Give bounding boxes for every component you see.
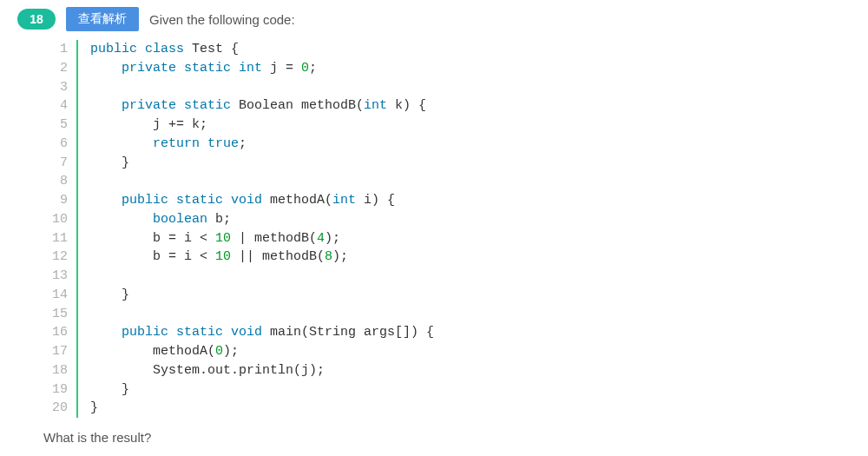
line-number: 2 — [52, 59, 68, 78]
code-line: return true; — [90, 135, 434, 154]
code-line: private static int j = 0; — [90, 59, 434, 78]
code-line: boolean b; — [90, 210, 434, 229]
line-number: 4 — [52, 96, 68, 116]
line-number: 18 — [52, 361, 68, 380]
code-line: j += k; — [90, 116, 434, 135]
code-block: 1234567891011121314151617181920 public c… — [52, 40, 851, 418]
line-number: 7 — [52, 154, 68, 173]
code-line — [90, 267, 434, 286]
line-number: 9 — [52, 191, 68, 210]
code-line: public class Test { — [90, 40, 434, 59]
line-number: 8 — [52, 172, 68, 191]
line-number-gutter: 1234567891011121314151617181920 — [52, 40, 78, 418]
line-number: 1 — [52, 40, 68, 59]
line-number: 10 — [52, 210, 68, 229]
question-prompt: Given the following code: — [149, 12, 295, 27]
code-line: private static Boolean methodB(int k) { — [90, 96, 434, 116]
code-line: public static void methodA(int i) { — [90, 191, 434, 210]
line-number: 6 — [52, 135, 68, 154]
code-line: } — [90, 286, 434, 305]
line-number: 15 — [52, 305, 68, 324]
view-analysis-button[interactable]: 查看解析 — [66, 7, 139, 31]
question-footer: What is the result? — [43, 430, 851, 445]
line-number: 16 — [52, 323, 68, 342]
line-number: 5 — [52, 116, 68, 135]
line-number: 3 — [52, 78, 68, 97]
question-number-badge: 18 — [17, 9, 56, 30]
code-line: } — [90, 154, 434, 173]
code-line — [90, 305, 434, 324]
line-number: 13 — [52, 267, 68, 286]
code-line: } — [90, 380, 434, 400]
code-line: } — [90, 399, 434, 418]
code-line: b = i < 10 | methodB(4); — [90, 229, 434, 248]
line-number: 17 — [52, 342, 68, 361]
line-number: 12 — [52, 248, 68, 267]
code-line: System.out.println(j); — [90, 361, 434, 380]
line-number: 11 — [52, 229, 68, 248]
line-number: 19 — [52, 380, 68, 400]
code-line: b = i < 10 || methodB(8); — [90, 248, 434, 267]
line-number: 20 — [52, 399, 68, 418]
code-line — [90, 172, 434, 191]
code-line — [90, 78, 434, 97]
code-line: public static void main(String args[]) { — [90, 323, 434, 342]
code-line: methodA(0); — [90, 342, 434, 361]
question-header: 18 查看解析 Given the following code: — [17, 7, 851, 31]
code-content: public class Test { private static int j… — [78, 40, 434, 418]
line-number: 14 — [52, 286, 68, 305]
